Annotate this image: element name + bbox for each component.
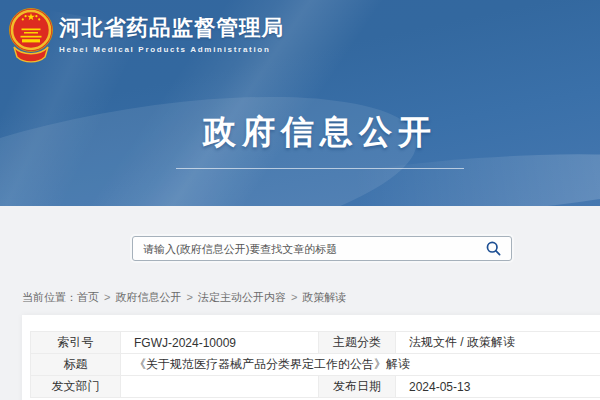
table-row: 索引号 FGWJ-2024-10009 主题分类 法规文件 / 政策解读 bbox=[31, 332, 600, 354]
banner-heading: 政府信息公开 bbox=[40, 110, 600, 155]
search-box bbox=[132, 236, 512, 261]
breadcrumb-separator: > bbox=[104, 291, 110, 303]
page: 河北省药品监督管理局 Hebei Medical Products Admini… bbox=[0, 0, 600, 400]
table-row: 发文部门 发布日期 2024-05-13 bbox=[31, 376, 600, 398]
breadcrumb-prefix: 当前位置： bbox=[22, 291, 77, 303]
breadcrumb-home[interactable]: 首页 bbox=[77, 291, 99, 303]
site-logo[interactable]: 河北省药品监督管理局 Hebei Medical Products Admini… bbox=[8, 5, 284, 63]
table-row: 标题 《关于规范医疗器械产品分类界定工作的公告》解读 bbox=[31, 354, 600, 376]
document-meta-table: 索引号 FGWJ-2024-10009 主题分类 法规文件 / 政策解读 标题 … bbox=[30, 331, 600, 398]
search-button[interactable] bbox=[481, 240, 511, 257]
field-label-index-number: 索引号 bbox=[31, 332, 121, 354]
national-emblem-icon bbox=[8, 5, 54, 63]
breadcrumb-separator: > bbox=[186, 291, 192, 303]
site-banner: 河北省药品监督管理局 Hebei Medical Products Admini… bbox=[0, 0, 600, 206]
banner-underline-decoration bbox=[176, 168, 464, 169]
site-title-en: Hebei Medical Products Administration bbox=[59, 45, 284, 54]
field-value-topic-category: 法规文件 / 政策解读 bbox=[396, 332, 600, 354]
field-label-publish-date: 发布日期 bbox=[319, 376, 396, 398]
site-title-group: 河北省药品监督管理局 Hebei Medical Products Admini… bbox=[59, 15, 284, 54]
field-label-title: 标题 bbox=[31, 354, 121, 376]
search-icon bbox=[485, 240, 502, 257]
breadcrumb-separator: > bbox=[291, 291, 297, 303]
field-label-topic-category: 主题分类 bbox=[319, 332, 396, 354]
banner-title: 政府信息公开 bbox=[40, 110, 600, 155]
field-value-publish-date: 2024-05-13 bbox=[396, 376, 600, 398]
breadcrumb: 当前位置：首页>政府信息公开>法定主动公开内容>政策解读 bbox=[22, 290, 346, 305]
breadcrumb-policy-interpretation[interactable]: 政策解读 bbox=[302, 291, 346, 303]
field-value-title: 《关于规范医疗器械产品分类界定工作的公告》解读 bbox=[121, 354, 600, 376]
breadcrumb-statutory-disclosure[interactable]: 法定主动公开内容 bbox=[198, 291, 286, 303]
field-value-issuing-department bbox=[121, 376, 319, 398]
content-area: 当前位置：首页>政府信息公开>法定主动公开内容>政策解读 索引号 FGWJ-20… bbox=[0, 206, 600, 400]
field-label-issuing-department: 发文部门 bbox=[31, 376, 121, 398]
field-value-index-number: FGWJ-2024-10009 bbox=[121, 332, 319, 354]
search-input[interactable] bbox=[133, 237, 481, 260]
document-info-card: 索引号 FGWJ-2024-10009 主题分类 法规文件 / 政策解读 标题 … bbox=[22, 315, 600, 400]
site-title-zh: 河北省药品监督管理局 bbox=[59, 15, 284, 41]
breadcrumb-gov-info[interactable]: 政府信息公开 bbox=[115, 291, 181, 303]
